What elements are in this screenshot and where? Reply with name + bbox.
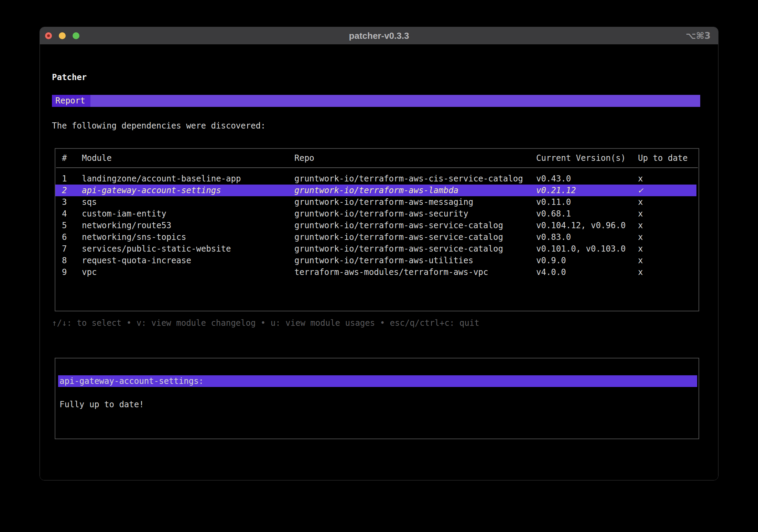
table-row[interactable]: 4 custom-iam-entity gruntwork-io/terrafo… bbox=[55, 208, 699, 220]
app-title: Patcher bbox=[52, 71, 87, 83]
header-separator bbox=[56, 167, 698, 168]
table-row[interactable]: 8 request-quota-increase gruntwork-io/te… bbox=[55, 255, 699, 266]
row-version: v0.101.0, v0.103.0 bbox=[536, 243, 638, 255]
table-row[interactable]: 2 api-gateway-account-settings gruntwork… bbox=[55, 185, 696, 196]
row-uptodate-mark: ✓ bbox=[638, 185, 696, 196]
row-repo: gruntwork-io/terraform-aws-service-catal… bbox=[294, 231, 536, 243]
row-module: networking/route53 bbox=[82, 220, 294, 231]
row-version: v0.104.12, v0.96.0 bbox=[536, 220, 638, 231]
row-module: custom-iam-entity bbox=[82, 208, 294, 220]
minimize-button-icon[interactable] bbox=[59, 32, 66, 39]
row-num: 1 bbox=[62, 173, 82, 185]
row-num: 5 bbox=[62, 220, 82, 231]
row-module: landingzone/account-baseline-app bbox=[82, 173, 294, 185]
row-uptodate-mark: x bbox=[638, 196, 699, 208]
row-num: 2 bbox=[62, 185, 82, 196]
row-version: v0.68.1 bbox=[536, 208, 638, 220]
row-repo: gruntwork-io/terraform-aws-utilities bbox=[294, 255, 536, 266]
header-module: Module bbox=[82, 152, 294, 164]
row-repo: gruntwork-io/terraform-aws-security bbox=[294, 208, 536, 220]
row-module: vpc bbox=[82, 266, 294, 278]
row-module: api-gateway-account-settings bbox=[82, 185, 294, 196]
row-num: 6 bbox=[62, 231, 82, 243]
row-repo: gruntwork-io/terraform-aws-messaging bbox=[294, 196, 536, 208]
row-uptodate-mark: x bbox=[638, 266, 699, 278]
header-uptodate: Up to date bbox=[638, 152, 699, 164]
window-title: patcher-v0.3.3 bbox=[349, 31, 409, 41]
intro-text: The following dependencies were discover… bbox=[52, 120, 266, 132]
row-repo: terraform-aws-modules/terraform-aws-vpc bbox=[294, 266, 536, 278]
close-button-icon[interactable] bbox=[45, 32, 52, 39]
row-module: sqs bbox=[82, 196, 294, 208]
tab-bar: Report bbox=[52, 95, 700, 107]
row-repo: gruntwork-io/terraform-aws-cis-service-c… bbox=[294, 173, 536, 185]
row-uptodate-mark: x bbox=[638, 173, 699, 185]
row-uptodate-mark: x bbox=[638, 243, 699, 255]
row-repo: gruntwork-io/terraform-aws-service-catal… bbox=[294, 220, 536, 231]
table-header-row: # Module Repo Current Version(s) Up to d… bbox=[55, 149, 699, 164]
row-num: 8 bbox=[62, 255, 82, 266]
row-uptodate-mark: x bbox=[638, 231, 699, 243]
row-version: v4.0.0 bbox=[536, 266, 638, 278]
help-bar: ↑/↓: to select • v: view module changelo… bbox=[52, 317, 479, 329]
row-num: 9 bbox=[62, 266, 82, 278]
row-num: 7 bbox=[62, 243, 82, 255]
row-module: request-quota-increase bbox=[82, 255, 294, 266]
terminal-window: patcher-v0.3.3 ⌥⌘3 Patcher Report The fo… bbox=[40, 27, 718, 480]
row-module: services/public-static-website bbox=[82, 243, 294, 255]
table-row[interactable]: 7 services/public-static-website gruntwo… bbox=[55, 243, 699, 255]
row-repo: gruntwork-io/terraform-aws-service-catal… bbox=[294, 243, 536, 255]
zoom-button-icon[interactable] bbox=[73, 32, 79, 39]
row-version: v0.21.12 bbox=[536, 185, 638, 196]
dependencies-table: # Module Repo Current Version(s) Up to d… bbox=[55, 148, 699, 311]
detail-body: Fully up to date! bbox=[55, 399, 699, 410]
traffic-lights bbox=[45, 32, 79, 39]
header-repo: Repo bbox=[294, 152, 536, 164]
table-row[interactable]: 6 networking/sns-topics gruntwork-io/ter… bbox=[55, 231, 699, 243]
row-num: 3 bbox=[62, 196, 82, 208]
header-version: Current Version(s) bbox=[536, 152, 638, 164]
row-version: v0.9.0 bbox=[536, 255, 638, 266]
row-num: 4 bbox=[62, 208, 82, 220]
row-version: v0.43.0 bbox=[536, 173, 638, 185]
row-uptodate-mark: x bbox=[638, 255, 699, 266]
table-row[interactable]: 1 landingzone/account-baseline-app grunt… bbox=[55, 173, 699, 185]
table-row[interactable]: 5 networking/route53 gruntwork-io/terraf… bbox=[55, 220, 699, 231]
row-uptodate-mark: x bbox=[638, 208, 699, 220]
title-bar[interactable]: patcher-v0.3.3 ⌥⌘3 bbox=[40, 27, 718, 44]
tab-report[interactable]: Report bbox=[52, 95, 90, 107]
row-version: v0.11.0 bbox=[536, 196, 638, 208]
table-row[interactable]: 3 sqs gruntwork-io/terraform-aws-messagi… bbox=[55, 196, 699, 208]
terminal-content: Patcher Report The following dependencie… bbox=[40, 44, 718, 480]
table-rows: 1 landingzone/account-baseline-app grunt… bbox=[55, 173, 699, 278]
table-row[interactable]: 9 vpc terraform-aws-modules/terraform-aw… bbox=[55, 266, 699, 278]
window-shortcut-badge: ⌥⌘3 bbox=[686, 27, 711, 44]
row-module: networking/sns-topics bbox=[82, 231, 294, 243]
row-version: v0.83.0 bbox=[536, 231, 638, 243]
row-uptodate-mark: x bbox=[638, 220, 699, 231]
row-repo: gruntwork-io/terraform-aws-lambda bbox=[294, 185, 536, 196]
detail-heading: api-gateway-account-settings: bbox=[58, 375, 697, 387]
header-num: # bbox=[62, 152, 82, 164]
detail-panel: api-gateway-account-settings: Fully up t… bbox=[55, 358, 699, 439]
